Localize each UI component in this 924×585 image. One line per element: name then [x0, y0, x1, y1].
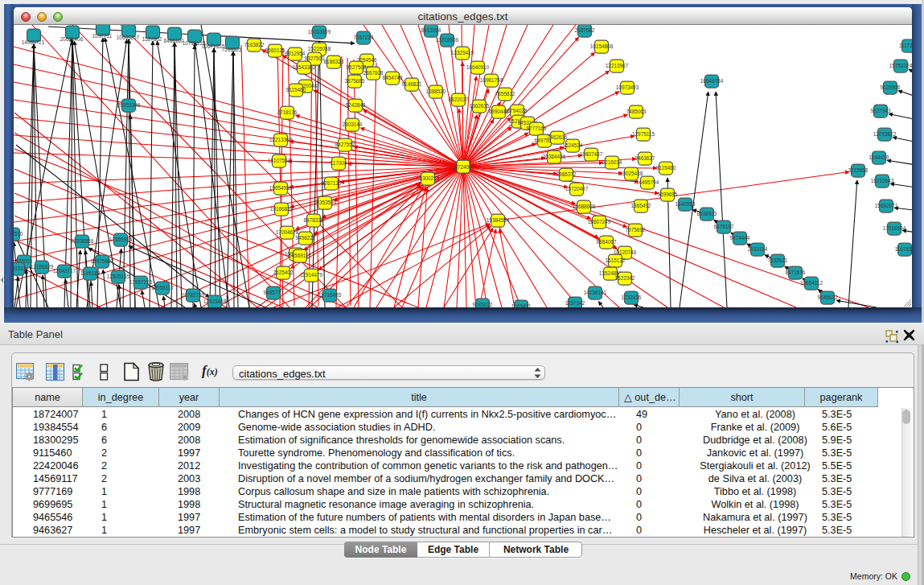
- svg-text:20691406: 20691406: [60, 36, 84, 42]
- svg-text:8822037: 8822037: [449, 97, 469, 102]
- svg-text:7462616: 7462616: [548, 134, 568, 140]
- svg-text:2867608: 2867608: [363, 70, 384, 76]
- svg-text:20364436: 20364436: [543, 154, 566, 159]
- svg-text:10807487: 10807487: [580, 151, 603, 157]
- svg-text:20206556: 20206556: [71, 238, 94, 244]
- svg-text:1065411: 1065411: [511, 303, 532, 307]
- svg-text:8813054: 8813054: [421, 27, 441, 33]
- svg-text:15226058: 15226058: [308, 46, 331, 51]
- svg-text:7163822: 7163822: [244, 42, 265, 47]
- svg-text:8267130: 8267130: [322, 180, 342, 186]
- svg-text:10958117: 10958117: [151, 285, 174, 290]
- svg-text:17957225: 17957225: [129, 279, 153, 285]
- svg-text:16648784: 16648784: [700, 78, 724, 84]
- svg-text:10973493: 10973493: [616, 84, 639, 90]
- svg-text:1365492: 1365492: [631, 203, 651, 208]
- svg-text:9245032: 9245032: [473, 302, 493, 307]
- svg-text:6794028: 6794028: [507, 108, 528, 113]
- svg-text:9129906: 9129906: [881, 84, 901, 90]
- svg-text:16107553: 16107553: [268, 158, 291, 163]
- svg-text:9242848: 9242848: [346, 102, 366, 108]
- svg-text:1388520: 1388520: [426, 89, 446, 94]
- svg-text:8454749: 8454749: [383, 75, 403, 80]
- svg-text:1624534: 1624534: [563, 142, 583, 148]
- svg-text:19654933: 19654933: [269, 185, 293, 191]
- svg-text:8878332: 8878332: [304, 217, 324, 223]
- svg-text:16961758: 16961758: [480, 77, 503, 83]
- svg-text:2933114: 2933114: [748, 246, 768, 252]
- svg-text:15692971: 15692971: [875, 203, 898, 208]
- svg-text:9227343: 9227343: [871, 108, 891, 113]
- svg-text:8186323: 8186323: [324, 59, 344, 64]
- svg-text:12213967: 12213967: [606, 63, 629, 68]
- svg-text:9485777: 9485777: [264, 290, 284, 295]
- svg-text:1097731: 1097731: [92, 33, 113, 39]
- svg-text:117004: 117004: [331, 160, 347, 166]
- svg-text:1527602: 1527602: [142, 36, 162, 42]
- svg-text:1117264: 1117264: [899, 43, 912, 48]
- svg-text:8471676: 8471676: [786, 270, 806, 275]
- svg-text:1362615: 1362615: [470, 103, 490, 109]
- svg-text:13218506: 13218506: [436, 37, 459, 43]
- svg-text:9115460: 9115460: [656, 165, 676, 171]
- svg-text:7625402: 7625402: [273, 270, 294, 275]
- svg-text:9463627: 9463627: [635, 155, 655, 161]
- svg-text:1244419: 1244419: [869, 154, 889, 160]
- svg-text:391513: 391513: [14, 266, 27, 271]
- svg-text:12156829: 12156829: [31, 264, 54, 270]
- svg-text:13325419: 13325419: [451, 50, 474, 56]
- svg-text:9115460: 9115460: [286, 87, 306, 93]
- svg-text:8427552: 8427552: [335, 142, 355, 147]
- svg-text:9245612: 9245612: [818, 295, 838, 300]
- svg-text:6216034: 6216034: [602, 159, 622, 165]
- svg-text:15720407: 15720407: [565, 186, 589, 192]
- svg-text:10653267: 10653267: [117, 35, 140, 40]
- svg-text:12505135: 12505135: [107, 274, 130, 279]
- svg-text:9327500: 9327500: [305, 56, 325, 61]
- svg-text:16033809: 16033809: [308, 29, 331, 35]
- svg-text:11914479: 11914479: [300, 272, 322, 278]
- svg-text:1167533: 1167533: [895, 246, 912, 252]
- svg-text:6879197: 6879197: [714, 224, 734, 229]
- svg-text:9527508: 9527508: [347, 64, 367, 70]
- svg-text:2803144: 2803144: [343, 122, 363, 127]
- svg-text:14495794: 14495794: [636, 179, 659, 185]
- svg-text:16154808: 16154808: [590, 43, 614, 49]
- svg-text:3215958: 3215958: [848, 167, 869, 173]
- svg-text:12923468: 12923468: [203, 299, 227, 304]
- svg-text:9498222: 9498222: [296, 235, 316, 241]
- svg-text:12975115: 12975115: [632, 131, 655, 137]
- svg-text:16210643: 16210643: [871, 178, 894, 183]
- svg-text:1733426: 1733426: [622, 295, 642, 300]
- svg-text:2718176: 2718176: [277, 109, 298, 115]
- svg-text:15716485: 15716485: [318, 292, 342, 298]
- svg-text:6466160: 6466160: [164, 38, 184, 43]
- svg-text:10688609: 10688609: [573, 204, 596, 209]
- svg-text:9777169: 9777169: [527, 126, 547, 131]
- svg-text:7955812: 7955812: [495, 91, 515, 97]
- svg-text:10654112: 10654112: [800, 280, 823, 286]
- svg-text:8938923: 8938923: [697, 211, 717, 216]
- svg-text:14569117: 14569117: [289, 253, 311, 258]
- svg-text:17359934: 17359934: [109, 237, 133, 242]
- svg-text:19975887: 19975887: [91, 258, 114, 264]
- svg-text:7485063: 7485063: [626, 109, 647, 114]
- svg-text:1145119: 1145119: [80, 270, 100, 276]
- svg-text:18724007: 18724007: [452, 164, 475, 170]
- svg-text:16782759: 16782759: [182, 292, 205, 298]
- svg-text:14055721: 14055721: [22, 39, 45, 45]
- svg-text:1615132: 1615132: [606, 257, 626, 263]
- svg-text:1522342: 1522342: [615, 275, 635, 281]
- svg-text:19166825: 19166825: [270, 206, 294, 212]
- svg-text:2687682: 2687682: [575, 27, 595, 33]
- svg-text:7515525: 7515525: [222, 47, 242, 52]
- svg-text:17016504: 17016504: [883, 225, 906, 231]
- svg-text:16640910: 16640910: [466, 64, 490, 70]
- svg-text:8912954: 8912954: [285, 51, 306, 56]
- svg-text:8990448: 8990448: [489, 109, 509, 114]
- svg-text:15751024: 15751024: [889, 63, 912, 68]
- svg-text:9699695: 9699695: [658, 192, 678, 197]
- svg-text:9884067: 9884067: [597, 239, 617, 245]
- svg-text:9474444: 9474444: [730, 235, 750, 241]
- svg-text:18807249: 18807249: [588, 219, 611, 225]
